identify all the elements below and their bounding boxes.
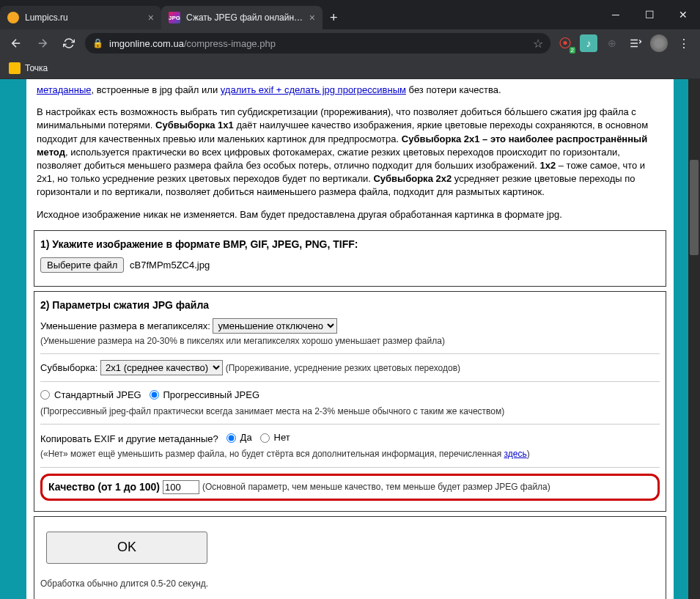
processing-hint: Обработка обычно длится 0.5-20 секунд. (40, 577, 660, 590)
selected-filename: cB7fMPm5ZC4.jpg (130, 260, 210, 271)
intro-line: метаданные, встроенные в jpg файл или уд… (37, 84, 663, 97)
section-jpeg-params: 2) Параметры сжатия JPG файла Уменьшение… (34, 291, 666, 512)
radio-progressive-jpeg[interactable] (150, 390, 159, 400)
bookmark-label: Точка (25, 63, 48, 73)
radio-exif-no[interactable] (260, 433, 270, 443)
browser-toolbar: 🔒 imgonline.com.ua/compress-image.php ☆ … (0, 29, 700, 57)
megapixel-hint: (Уменьшение размера на 20-30% в пикселях… (40, 336, 445, 346)
exif-here-link[interactable]: здесь (504, 449, 527, 459)
section-file-select: 1) Укажите изображение в формате BMP, GI… (34, 230, 666, 287)
megapixel-select[interactable]: уменьшение отключено (213, 318, 337, 334)
bookmarks-bar: Точка (0, 57, 700, 79)
close-icon[interactable]: × (148, 12, 154, 23)
section-submit: OK Обработка обычно длится 0.5-20 секунд… (34, 516, 666, 599)
exif-label: Копировать EXIF и другие метаданные? (40, 434, 218, 445)
quality-label: Качество (от 1 до 100) (48, 481, 160, 493)
window-titlebar: Lumpics.ru × JPG Сжать JPEG файл онлайн … (0, 0, 700, 29)
label-progressive-jpeg: Прогрессивный JPEG (163, 388, 260, 403)
megapixel-label: Уменьшение размера в мегапикселях: (40, 320, 210, 331)
label-standard-jpeg: Стандартный JPEG (54, 388, 141, 403)
folder-icon (9, 62, 21, 74)
radio-standard-jpeg[interactable] (40, 390, 50, 400)
jpeg-hint: (Прогрессивный jpeg-файл практически все… (40, 406, 504, 416)
subsample-explainer: В настройках есть возможность выбрать ти… (37, 106, 663, 199)
exif-link[interactable]: удалить exif + сделать jpg прогрессивным (221, 84, 406, 95)
quality-row-highlight: Качество (от 1 до 100) (Основной парамет… (40, 474, 660, 501)
vertical-scrollbar[interactable] (688, 79, 700, 599)
tab-title: Lumpics.ru (25, 12, 144, 23)
reload-button[interactable] (59, 33, 79, 54)
subsample-select[interactable]: 2x1 (среднее качество) (100, 360, 223, 375)
back-button[interactable] (6, 33, 26, 54)
star-icon[interactable]: ☆ (533, 37, 543, 51)
menu-button[interactable]: ⋮ (674, 33, 694, 54)
profile-avatar[interactable] (650, 34, 668, 52)
page-viewport[interactable]: метаданные, встроенные в jpg файл или уд… (0, 79, 700, 599)
page-content: метаданные, встроенные в jpg файл или уд… (26, 79, 674, 599)
tab-imgonline[interactable]: JPG Сжать JPEG файл онлайн - IMG × (161, 6, 323, 29)
subsample-hint: (Прореживание, усреднение резких цветовы… (226, 363, 460, 373)
close-icon[interactable]: × (309, 12, 315, 23)
choose-file-button[interactable]: Выберите файл (40, 257, 124, 273)
scrollbar-thumb[interactable] (690, 160, 699, 255)
radio-exif-yes[interactable] (226, 433, 236, 443)
quality-hint: (Основной параметр, чем меньше качество,… (202, 482, 550, 492)
tab-lumpics[interactable]: Lumpics.ru × (0, 6, 161, 29)
favicon-imgonline: JPG (169, 12, 180, 23)
note-original: Исходное изображение никак не изменяется… (37, 208, 663, 221)
extension-icon-1[interactable]: ⦿2 (556, 34, 574, 52)
extension-icon-3[interactable]: ⊕ (603, 34, 621, 52)
quality-input[interactable] (163, 480, 199, 494)
ok-button[interactable]: OK (46, 532, 207, 564)
tab-title: Сжать JPEG файл онлайн - IMG (186, 12, 305, 23)
metadata-link[interactable]: метаданные (37, 84, 92, 95)
section-1-title: 1) Укажите изображение в формате BMP, GI… (40, 238, 660, 250)
new-tab-button[interactable]: + (323, 7, 345, 29)
reading-list-icon[interactable] (627, 34, 644, 52)
label-exif-yes: Да (240, 430, 252, 445)
bookmark-tochka[interactable]: Точка (9, 62, 48, 74)
lock-icon: 🔒 (92, 38, 103, 48)
subsample-label: Субвыборка: (40, 362, 97, 373)
forward-button[interactable] (32, 33, 53, 54)
address-bar[interactable]: 🔒 imgonline.com.ua/compress-image.php ☆ (85, 33, 550, 54)
label-exif-no: Нет (274, 430, 290, 445)
favicon-lumpics (7, 12, 19, 23)
extension-icon-2[interactable]: ♪ (580, 34, 597, 52)
tab-strip: Lumpics.ru × JPG Сжать JPEG файл онлайн … (0, 0, 599, 29)
window-controls: ─ ☐ ✕ (599, 0, 700, 29)
maximize-button[interactable]: ☐ (633, 0, 666, 29)
url-text: imgonline.com.ua/compress-image.php (109, 38, 276, 49)
section-2-title: 2) Параметры сжатия JPG файла (40, 299, 660, 311)
minimize-button[interactable]: ─ (599, 0, 633, 29)
exif-hint: («Нет» может ещё уменьшить размер файла,… (40, 449, 530, 459)
close-button[interactable]: ✕ (666, 0, 700, 29)
